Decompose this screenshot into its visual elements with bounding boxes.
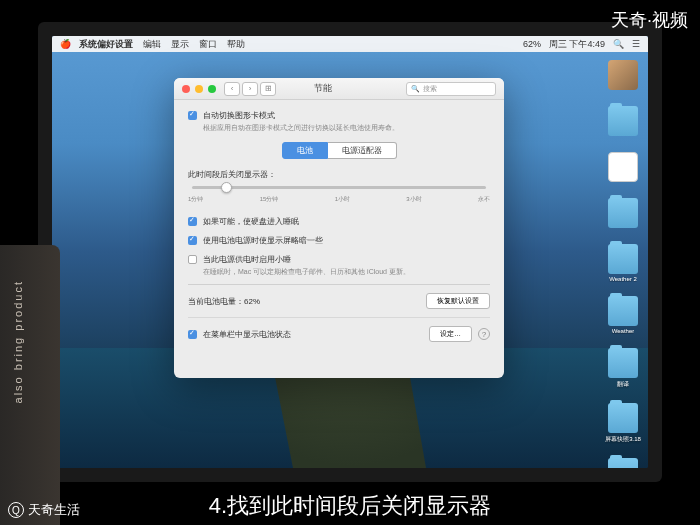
icon-label: 翻译 — [617, 380, 629, 389]
display-sleep-label: 此时间段后关闭显示器： — [188, 169, 490, 180]
show-battery-menubar-checkbox[interactable] — [188, 330, 197, 339]
folder-icon — [608, 106, 638, 136]
power-source-tabs: 电池 电源适配器 — [188, 142, 490, 159]
brand-top-right: 天奇·视频 — [611, 8, 688, 32]
menu-help[interactable]: 帮助 — [227, 38, 245, 51]
power-nap-desc: 在睡眠时，Mac 可以定期检查电子邮件、日历和其他 iCloud 更新。 — [203, 267, 410, 276]
folder-icon — [608, 244, 638, 274]
desktop-item-folder4[interactable]: Weather — [604, 296, 642, 334]
back-button[interactable]: ‹ — [224, 82, 240, 96]
energy-saver-window: ‹ › ⊞ 节能 🔍搜索 自动切换图形卡模式 根据应用自动在图形卡模式之间进行切… — [174, 78, 504, 378]
forward-button[interactable]: › — [242, 82, 258, 96]
hdd-sleep-checkbox[interactable] — [188, 217, 197, 226]
slider-ticks: 1分钟 15分钟 1小时 3小时 永不 — [188, 195, 490, 204]
siri-icon[interactable]: ☰ — [632, 39, 640, 49]
search-icon: 🔍 — [411, 85, 420, 93]
tab-battery[interactable]: 电池 — [282, 142, 328, 159]
chair-decor — [0, 245, 60, 525]
zoom-icon[interactable] — [208, 85, 216, 93]
spotlight-icon[interactable]: 🔍 — [613, 39, 624, 49]
apple-menu-icon[interactable]: 🍎 — [60, 39, 71, 49]
schedule-button[interactable]: 设定… — [429, 326, 472, 342]
icon-label: Weather — [612, 328, 635, 334]
help-icon[interactable]: ? — [478, 328, 490, 340]
folder-icon — [608, 296, 638, 326]
power-nap-checkbox[interactable] — [188, 255, 197, 264]
desktop-item-folder7[interactable]: 2020Project — [604, 458, 642, 468]
auto-graphics-checkbox[interactable] — [188, 111, 197, 120]
menu-edit[interactable]: 编辑 — [143, 38, 161, 51]
video-caption: 4.找到此时间段后关闭显示器 — [209, 491, 491, 521]
desktop-item-image[interactable] — [604, 60, 642, 92]
desktop-item-folder5[interactable]: 翻译 — [604, 348, 642, 389]
file-icon — [608, 152, 638, 182]
menu-window[interactable]: 窗口 — [199, 38, 217, 51]
desktop-item-folder3[interactable]: Weather 2 — [604, 244, 642, 282]
brand-bottom-left: Q天奇生活 — [8, 501, 80, 519]
folder-icon — [608, 348, 638, 378]
battery-icon[interactable]: 62% — [523, 39, 541, 49]
menu-view[interactable]: 显示 — [171, 38, 189, 51]
folder-icon — [608, 458, 638, 468]
img-icon — [608, 60, 638, 90]
desktop-item-folder6[interactable]: 屏幕快照3.18 — [604, 403, 642, 444]
desktop-icons: Weather 2Weather翻译屏幕快照3.182020Project — [604, 60, 642, 468]
dim-display-label: 使用电池电源时使显示屏略暗一些 — [203, 235, 323, 246]
grid-button[interactable]: ⊞ — [260, 82, 276, 96]
auto-graphics-label: 自动切换图形卡模式 — [203, 110, 399, 121]
window-titlebar[interactable]: ‹ › ⊞ 节能 🔍搜索 — [174, 78, 504, 100]
display-sleep-slider[interactable] — [192, 186, 486, 189]
dim-display-checkbox[interactable] — [188, 236, 197, 245]
folder-icon — [608, 403, 638, 433]
power-nap-label: 当此电源供电时启用小睡 — [203, 254, 410, 265]
search-input[interactable]: 🔍搜索 — [406, 82, 496, 96]
restore-defaults-button[interactable]: 恢复默认设置 — [426, 293, 490, 309]
app-name[interactable]: 系统偏好设置 — [79, 38, 133, 51]
icon-label: 屏幕快照3.18 — [605, 435, 641, 444]
auto-graphics-desc: 根据应用自动在图形卡模式之间进行切换以延长电池使用寿命。 — [203, 123, 399, 132]
desktop-item-folder1[interactable] — [604, 106, 642, 138]
show-battery-menubar-label: 在菜单栏中显示电池状态 — [203, 329, 291, 340]
hdd-sleep-label: 如果可能，使硬盘进入睡眠 — [203, 216, 299, 227]
monitor-frame: 🍎 系统偏好设置 编辑 显示 窗口 帮助 62% 周三 下午4:49 🔍 ☰ W… — [38, 22, 662, 482]
folder-icon — [608, 198, 638, 228]
window-title: 节能 — [314, 82, 332, 95]
desktop-wallpaper: 🍎 系统偏好设置 编辑 显示 窗口 帮助 62% 周三 下午4:49 🔍 ☰ W… — [52, 36, 648, 468]
slider-thumb[interactable] — [221, 182, 232, 193]
minimize-icon[interactable] — [195, 85, 203, 93]
menubar: 🍎 系统偏好设置 编辑 显示 窗口 帮助 62% 周三 下午4:49 🔍 ☰ — [52, 36, 648, 52]
chair-text: also bring product — [12, 280, 24, 403]
battery-level-label: 当前电池电量：62% — [188, 296, 260, 307]
tab-adapter[interactable]: 电源适配器 — [328, 142, 397, 159]
close-icon[interactable] — [182, 85, 190, 93]
desktop-item-folder2[interactable] — [604, 198, 642, 230]
desktop-item-file1[interactable] — [604, 152, 642, 184]
icon-label: Weather 2 — [609, 276, 637, 282]
clock[interactable]: 周三 下午4:49 — [549, 38, 605, 51]
